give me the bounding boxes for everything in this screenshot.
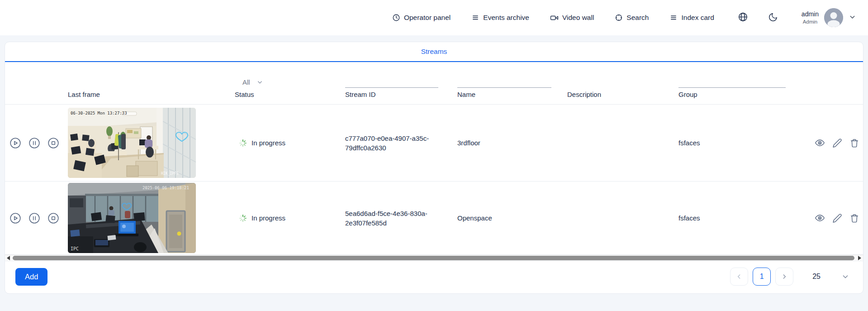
name-cell: 3rdfloor — [455, 138, 564, 148]
column-header-group: Group — [676, 91, 803, 98]
page-number-button[interactable]: 1 — [753, 268, 771, 286]
tab-streams[interactable]: Streams — [421, 48, 447, 56]
nav-label: Search — [626, 14, 649, 22]
thumbnail-timestamp: 06-30-2025 Mon 13:27:33 — [71, 111, 127, 115]
group-cell: fsfaces — [676, 138, 803, 148]
chevron-down-icon — [256, 79, 263, 86]
pagination: 1 25 — [726, 268, 849, 286]
stop-button[interactable] — [47, 212, 59, 224]
main-nav: Operator panel Events archive Video wall… — [392, 14, 714, 22]
in-progress-spinner-icon — [238, 214, 247, 223]
nav-label: Video wall — [562, 14, 594, 22]
scroll-left-arrow[interactable] — [7, 256, 10, 260]
tab-bar: Streams — [5, 42, 863, 62]
name-cell: Openspace — [455, 213, 564, 223]
stream-id-filter-input[interactable] — [345, 77, 438, 88]
column-header-description: Description — [564, 91, 676, 98]
trash-icon — [849, 138, 859, 148]
prev-page-button[interactable] — [730, 268, 748, 286]
play-circle-icon — [9, 212, 21, 224]
streams-card: Streams Last frame All Status Strea — [5, 42, 863, 294]
status-filter-select[interactable]: All — [242, 78, 263, 86]
status-badge: In progress — [251, 139, 285, 147]
thumbnail-watermark: HIK_IPFS — [161, 172, 179, 176]
in-progress-spinner-icon — [238, 139, 247, 148]
trash-icon — [849, 213, 859, 223]
clock-icon — [392, 14, 400, 22]
page-size-select[interactable]: 25 — [812, 273, 849, 281]
nav-label: Events archive — [483, 14, 529, 22]
status-cell: In progress — [232, 139, 342, 148]
compass-icon — [615, 14, 623, 22]
delete-button[interactable] — [849, 138, 859, 148]
nav-video-wall[interactable]: Video wall — [550, 14, 594, 22]
pause-circle-icon — [28, 137, 40, 149]
stream-id-cell: c777a070-e0ea-4907-a35c- 79dffc0a2630 — [342, 134, 455, 153]
video-camera-icon — [550, 14, 559, 22]
column-header-status: Status — [232, 91, 342, 98]
user-name: admin — [802, 10, 819, 19]
stream-id-cell: 5ea6d6ad-f5ce-4e36-830a- 2e3f07fe585d — [342, 209, 455, 228]
pause-circle-icon — [28, 212, 40, 224]
stream-thumbnail: 06-30-2025 Mon 13:27:33 HIK_IPFS — [68, 108, 196, 178]
nav-index-card[interactable]: Index card — [669, 14, 714, 22]
theme-toggle-button[interactable] — [768, 12, 778, 24]
horizontal-scrollbar — [5, 255, 863, 261]
table-row: 06-30-2025 Mon 13:27:33 HIK_IPFS In prog… — [5, 105, 863, 182]
name-filter-input[interactable] — [457, 77, 551, 88]
edit-button[interactable] — [832, 138, 842, 148]
thumbnail-timestamp: 2025-06-06 19:18:21 — [142, 186, 189, 190]
page-size-value: 25 — [812, 273, 821, 281]
globe-icon — [738, 12, 748, 24]
stop-circle-icon — [47, 137, 59, 149]
stop-circle-icon — [47, 212, 59, 224]
column-header-last-frame: Last frame — [68, 91, 232, 98]
nav-label: Operator panel — [404, 14, 451, 22]
chevron-right-icon — [781, 273, 788, 280]
pencil-icon — [832, 213, 842, 223]
stop-button[interactable] — [47, 137, 59, 149]
moon-icon — [768, 12, 778, 24]
edit-button[interactable] — [832, 213, 842, 223]
view-button[interactable] — [815, 213, 825, 223]
scrollbar-thumb[interactable] — [13, 256, 854, 260]
add-button[interactable]: Add — [15, 268, 47, 286]
scroll-right-arrow[interactable] — [858, 256, 861, 260]
user-role: Admin — [803, 19, 818, 25]
next-page-button[interactable] — [775, 268, 793, 286]
nav-operator-panel[interactable]: Operator panel — [392, 14, 451, 22]
table-header: Last frame All Status Stream ID Name — [5, 62, 863, 105]
list-icon — [471, 14, 479, 22]
play-button[interactable] — [9, 212, 21, 224]
page-background: Streams Last frame All Status Strea — [0, 35, 868, 311]
card-footer: Add 1 25 — [5, 261, 863, 292]
eye-icon — [815, 213, 825, 223]
pause-button[interactable] — [28, 137, 40, 149]
nav-label: Index card — [681, 14, 714, 22]
avatar — [824, 8, 843, 27]
table-row: 2025-06-06 19:18:21 IPC In progress 5ea6… — [5, 182, 863, 255]
chevron-left-icon — [735, 273, 743, 280]
thumbnail-watermark: IPC — [71, 246, 79, 251]
nav-events-archive[interactable]: Events archive — [471, 14, 529, 22]
stream-thumbnail: 2025-06-06 19:18:21 IPC — [68, 183, 196, 253]
group-filter-input[interactable] — [678, 77, 786, 88]
user-menu[interactable]: admin Admin — [802, 8, 856, 27]
status-badge: In progress — [251, 214, 285, 222]
nav-search[interactable]: Search — [615, 14, 649, 22]
play-button[interactable] — [9, 137, 21, 149]
top-nav: Operator panel Events archive Video wall… — [0, 0, 868, 35]
pause-button[interactable] — [28, 212, 40, 224]
group-cell: fsfaces — [676, 213, 803, 223]
column-header-stream-id: Stream ID — [342, 91, 455, 98]
language-globe-button[interactable] — [738, 12, 748, 24]
pencil-icon — [832, 138, 842, 148]
column-header-name: Name — [455, 91, 564, 98]
delete-button[interactable] — [849, 213, 859, 223]
list-icon — [669, 14, 678, 22]
chevron-down-icon — [849, 13, 856, 23]
status-cell: In progress — [232, 214, 342, 223]
play-circle-icon — [9, 137, 21, 149]
view-button[interactable] — [815, 138, 825, 148]
chevron-down-icon — [841, 273, 849, 281]
